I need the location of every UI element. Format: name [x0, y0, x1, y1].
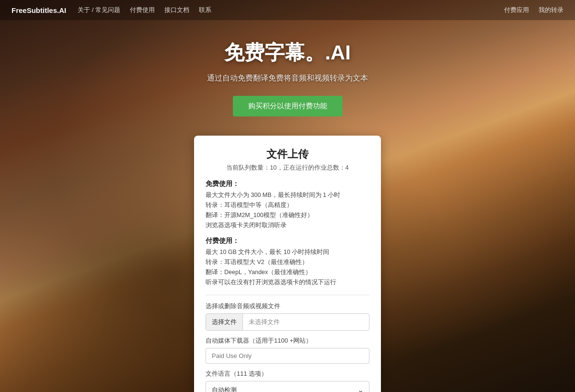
paid-item-1: 转录：耳语模型大 V2（最佳准确性）: [206, 257, 369, 267]
nav-links: 关于 / 常见问题 付费使用 接口文档 联系: [78, 6, 211, 14]
paid-item-2: 翻译：DeepL，Yandex（最佳准确性）: [206, 267, 369, 277]
free-use-header: 免费使用：: [206, 180, 369, 188]
choose-file-button[interactable]: 选择文件: [206, 314, 243, 330]
hero-title: 免费字幕。.AI: [10, 39, 565, 66]
navbar-right: 付费应用 我的转录: [504, 6, 564, 14]
file-input-row: 选择文件 未选择文件: [206, 313, 369, 331]
media-field-label: 自动媒体下载器（适用于1100 +网站）: [206, 336, 369, 345]
lang-select-row: 自动检测 ⌄: [206, 381, 369, 392]
about-link[interactable]: 关于 / 常见问题: [78, 6, 120, 14]
buy-credits-button[interactable]: 购买积分以使用付费功能: [233, 96, 343, 116]
contact-link[interactable]: 联系: [199, 6, 211, 14]
upload-card: 文件上传 当前队列数量：10，正在运行的作业总数：4 免费使用： 最大文件大小为…: [194, 136, 381, 392]
free-item-3: 浏览器选项卡关闭时取消听录: [206, 220, 369, 231]
logo[interactable]: FreeSubtitles.AI: [12, 6, 66, 14]
card-title: 文件上传: [206, 147, 369, 161]
free-item-0: 最大文件大小为 300 MB，最长持续时间为 1 小时: [206, 190, 369, 200]
navbar: FreeSubtitles.AI 关于 / 常见问题 付费使用 接口文档 联系 …: [0, 0, 575, 20]
paid-use-section: 付费使用： 最大 10 GB 文件大小，最长 10 小时持续时间 转录：耳语模型…: [206, 237, 369, 288]
lang-select[interactable]: 自动检测: [206, 381, 369, 392]
api-link[interactable]: 接口文档: [164, 6, 189, 14]
divider-1: [206, 295, 369, 295]
hero-subtitle: 通过自动免费翻译免费将音频和视频转录为文本: [192, 72, 383, 84]
navbar-left: FreeSubtitles.AI 关于 / 常见问题 付费使用 接口文档 联系: [12, 6, 211, 14]
queue-info: 当前队列数量：10，正在运行的作业总数：4: [206, 163, 369, 172]
paid-item-3: 听录可以在没有打开浏览器选项卡的情况下运行: [206, 277, 369, 288]
paid-use-header: 付费使用：: [206, 237, 369, 245]
hero-section: 免费字幕。.AI 通过自动免费翻译免费将音频和视频转录为文本 购买积分以使用付费…: [0, 20, 575, 126]
pricing-link[interactable]: 付费使用: [130, 6, 155, 14]
free-item-2: 翻译：开源M2M_100模型（准确性好）: [206, 210, 369, 220]
lang-field-label: 文件语言（111 选项）: [206, 369, 369, 378]
media-url-input[interactable]: [206, 348, 369, 364]
free-use-section: 免费使用： 最大文件大小为 300 MB，最长持续时间为 1 小时 转录：耳语模…: [206, 180, 369, 231]
file-placeholder: 未选择文件: [243, 314, 369, 330]
file-field-label: 选择或删除音频或视频文件: [206, 302, 369, 311]
my-transcripts-link[interactable]: 我的转录: [539, 6, 564, 14]
paid-item-0: 最大 10 GB 文件大小，最长 10 小时持续时间: [206, 247, 369, 257]
paid-app-link[interactable]: 付费应用: [504, 6, 529, 14]
free-item-1: 转录：耳语模型中等（高精度）: [206, 200, 369, 210]
